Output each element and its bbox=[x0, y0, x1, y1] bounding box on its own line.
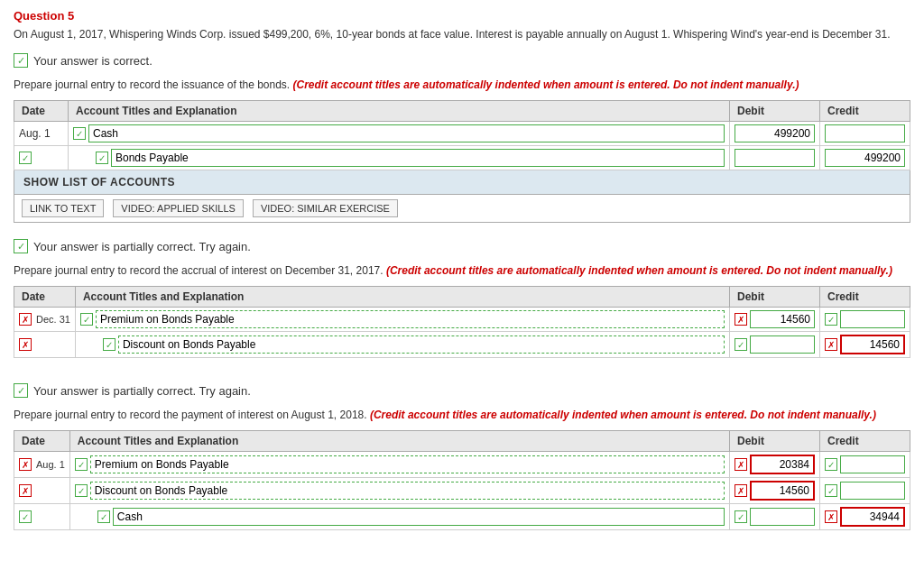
link-to-text-btn[interactable]: LINK TO TEXT bbox=[22, 199, 104, 217]
account-input[interactable] bbox=[111, 149, 725, 167]
table-row: ✗ Dec. 31 ✓ ✗ bbox=[14, 308, 910, 332]
date-cell: ✓ bbox=[14, 146, 69, 170]
row-check: ✓ bbox=[19, 510, 32, 523]
credit-check: ✗ bbox=[825, 510, 837, 523]
video-similar-btn[interactable]: VIDEO: SIMILAR EXERCISE bbox=[253, 199, 398, 217]
date-cell: ✗ bbox=[14, 478, 70, 504]
question-title: Question 5 bbox=[14, 9, 910, 23]
th-debit-1: Debit bbox=[730, 101, 820, 122]
table-row: ✗ ✓ ✗ bbox=[14, 478, 910, 504]
credit-input[interactable] bbox=[840, 482, 905, 500]
table-row: ✗ ✓ ✓ bbox=[14, 332, 910, 358]
check-icon-1: ✓ bbox=[14, 53, 28, 68]
question-text: On August 1, 2017, Whispering Winds Corp… bbox=[14, 26, 910, 42]
answer-status-3: ✓ Your answer is partially correct. Try … bbox=[14, 383, 910, 398]
journal-table-3: Date Account Titles and Explanation Debi… bbox=[14, 430, 910, 530]
th-account-3: Account Titles and Explanation bbox=[69, 431, 729, 452]
account-cell: ✓ bbox=[69, 504, 729, 530]
credit-cell: ✗ bbox=[820, 332, 910, 358]
table-row: ✗ Aug. 1 ✓ ✗ bbox=[14, 452, 910, 478]
date-cell: ✗ Dec. 31 bbox=[14, 308, 76, 332]
credit-cell: ✓ bbox=[820, 478, 910, 504]
section-3: ✓ Your answer is partially correct. Try … bbox=[14, 383, 910, 530]
debit-input[interactable] bbox=[735, 124, 815, 142]
credit-input[interactable] bbox=[825, 124, 905, 142]
row-check: ✗ bbox=[19, 484, 32, 497]
credit-input[interactable] bbox=[840, 310, 905, 328]
account-input[interactable] bbox=[113, 508, 725, 526]
debit-check: ✗ bbox=[735, 313, 747, 326]
section-2: ✓ Your answer is partially correct. Try … bbox=[14, 239, 910, 374]
th-debit-2: Debit bbox=[730, 287, 820, 308]
debit-cell bbox=[730, 122, 820, 146]
credit-cell bbox=[820, 146, 910, 170]
links-bar-1: LINK TO TEXT VIDEO: APPLIED SKILLS VIDEO… bbox=[14, 195, 910, 223]
th-date-2: Date bbox=[14, 287, 76, 308]
th-debit-3: Debit bbox=[730, 431, 820, 452]
debit-check: ✗ bbox=[735, 458, 747, 471]
journal-table-2: Date Account Titles and Explanation Debi… bbox=[14, 286, 910, 358]
credit-input[interactable] bbox=[840, 455, 905, 473]
debit-input[interactable] bbox=[750, 481, 815, 501]
credit-input[interactable] bbox=[840, 335, 905, 354]
account-input[interactable] bbox=[96, 310, 725, 328]
debit-input[interactable] bbox=[750, 335, 815, 354]
debit-check: ✓ bbox=[735, 510, 747, 523]
account-check: ✓ bbox=[97, 510, 110, 523]
row-check: ✗ bbox=[19, 313, 32, 326]
debit-cell bbox=[730, 146, 820, 170]
credit-input[interactable] bbox=[840, 507, 905, 527]
debit-cell: ✗ bbox=[730, 478, 820, 504]
credit-check: ✓ bbox=[825, 484, 837, 497]
section-1: ✓ Your answer is correct. Prepare journa… bbox=[14, 53, 910, 223]
account-check: ✓ bbox=[75, 484, 88, 497]
th-date-1: Date bbox=[14, 101, 69, 122]
check-icon-3: ✓ bbox=[14, 383, 28, 398]
account-cell: ✓ bbox=[75, 332, 729, 358]
row-check: ✗ bbox=[19, 458, 32, 471]
account-cell: ✓ bbox=[69, 146, 730, 170]
account-check: ✓ bbox=[96, 152, 108, 164]
debit-check: ✓ bbox=[735, 338, 747, 351]
th-credit-2: Credit bbox=[820, 287, 910, 308]
th-account-2: Account Titles and Explanation bbox=[75, 287, 729, 308]
debit-cell: ✓ bbox=[730, 504, 820, 530]
credit-cell: ✓ bbox=[820, 452, 910, 478]
credit-input[interactable] bbox=[825, 149, 905, 167]
account-cell: ✓ bbox=[69, 122, 730, 146]
th-credit-3: Credit bbox=[820, 431, 910, 452]
debit-input[interactable] bbox=[750, 310, 815, 328]
account-input[interactable] bbox=[118, 335, 725, 354]
row-check: ✓ bbox=[19, 152, 32, 164]
answer-status-2: ✓ Your answer is partially correct. Try … bbox=[14, 239, 910, 253]
debit-input[interactable] bbox=[735, 149, 815, 167]
credit-check: ✓ bbox=[825, 313, 837, 326]
table-row: ✓ ✓ ✓ bbox=[14, 504, 910, 530]
date-cell: ✗ bbox=[14, 332, 76, 358]
instruction-3: Prepare journal entry to record the paym… bbox=[14, 407, 910, 423]
th-date-3: Date bbox=[14, 431, 70, 452]
account-check: ✓ bbox=[80, 313, 93, 326]
account-cell: ✓ bbox=[69, 452, 729, 478]
account-input[interactable] bbox=[90, 482, 725, 500]
th-account-1: Account Titles and Explanation bbox=[69, 101, 730, 122]
account-check: ✓ bbox=[73, 127, 86, 140]
credit-cell bbox=[820, 122, 910, 146]
video-applied-btn[interactable]: VIDEO: APPLIED SKILLS bbox=[113, 199, 244, 217]
debit-check: ✗ bbox=[735, 484, 747, 497]
debit-cell: ✗ bbox=[730, 452, 820, 478]
account-input[interactable] bbox=[90, 455, 725, 473]
date-cell: ✓ bbox=[14, 504, 70, 530]
debit-input[interactable] bbox=[750, 455, 815, 474]
instruction-2: Prepare journal entry to record the accr… bbox=[14, 262, 910, 279]
debit-cell: ✓ bbox=[730, 332, 820, 358]
date-cell: ✗ Aug. 1 bbox=[14, 452, 70, 478]
account-input[interactable] bbox=[88, 124, 725, 142]
show-accounts-bar-1[interactable]: SHOW LIST OF ACCOUNTS bbox=[14, 170, 910, 195]
credit-check: ✗ bbox=[825, 338, 837, 351]
debit-cell: ✗ bbox=[730, 308, 820, 332]
credit-cell: ✗ bbox=[820, 504, 910, 530]
journal-table-1: Date Account Titles and Explanation Debi… bbox=[14, 100, 910, 170]
debit-input[interactable] bbox=[750, 508, 815, 526]
credit-check: ✓ bbox=[825, 458, 837, 471]
